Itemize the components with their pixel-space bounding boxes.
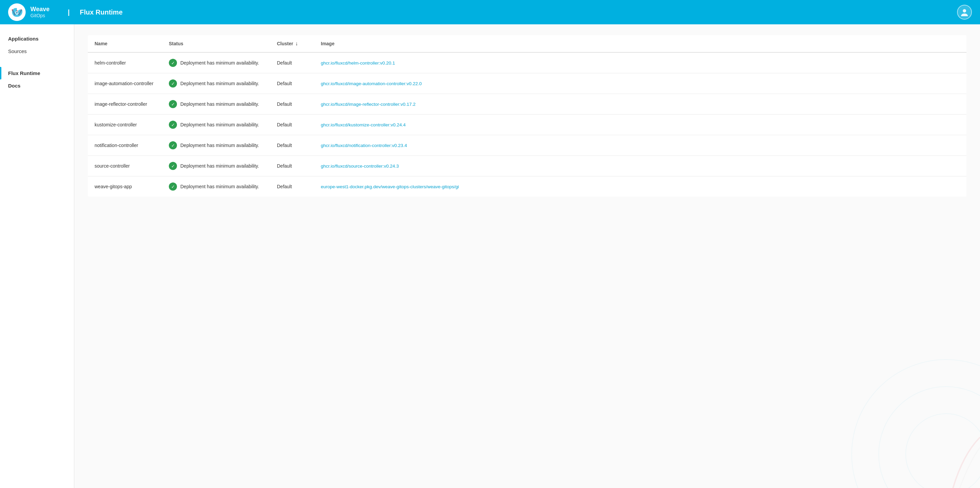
main-layout: Applications Sources Flux Runtime Docs xyxy=(0,24,980,488)
image-link[interactable]: ghcr.io/fluxcd/image-automation-controll… xyxy=(321,81,422,86)
table-row: weave-gitops-app✓Deployment has minimum … xyxy=(88,176,966,197)
table-row: image-automation-controller✓Deployment h… xyxy=(88,73,966,94)
table-header: Name Status Cluster ↓ Image xyxy=(88,35,966,53)
table-row: kustomize-controller✓Deployment has mini… xyxy=(88,115,966,135)
cell-cluster: Default xyxy=(270,115,314,135)
image-link[interactable]: ghcr.io/fluxcd/kustomize-controller:v0.2… xyxy=(321,122,406,128)
sidebar-item-flux-runtime[interactable]: Flux Runtime xyxy=(0,67,74,80)
image-link[interactable]: ghcr.io/fluxcd/source-controller:v0.24.3 xyxy=(321,164,399,169)
header-left: G Weave GitOps | Flux Runtime xyxy=(8,3,123,21)
cell-name: image-reflector-controller xyxy=(88,94,162,115)
main-content: Name Status Cluster ↓ Image xyxy=(74,24,980,488)
page-title: Flux Runtime xyxy=(80,8,123,16)
sidebar-nav-section: Applications Sources xyxy=(0,32,74,57)
svg-text:G: G xyxy=(15,10,19,16)
status-text: Deployment has minimum availability. xyxy=(180,163,259,169)
cell-image[interactable]: ghcr.io/fluxcd/image-automation-controll… xyxy=(314,73,966,94)
image-link[interactable]: ghcr.io/fluxcd/helm-controller:v0.20.1 xyxy=(321,61,395,65)
check-icon: ✓ xyxy=(169,182,177,191)
cell-image[interactable]: ghcr.io/fluxcd/image-reflector-controlle… xyxy=(314,94,966,115)
check-icon: ✓ xyxy=(169,162,177,170)
cell-image[interactable]: ghcr.io/fluxcd/notification-controller:v… xyxy=(314,135,966,156)
cell-cluster: Default xyxy=(270,135,314,156)
image-link[interactable]: europe-west1-docker.pkg.dev/weave-gitops… xyxy=(321,184,459,189)
svg-point-4 xyxy=(879,387,980,488)
flux-runtime-table: Name Status Cluster ↓ Image xyxy=(88,35,966,197)
status-text: Deployment has minimum availability. xyxy=(180,81,259,86)
svg-point-2 xyxy=(963,9,966,13)
app-logo[interactable]: G xyxy=(8,3,25,21)
cell-name: source-controller xyxy=(88,156,162,176)
cell-cluster: Default xyxy=(270,73,314,94)
header-divider: | xyxy=(68,8,70,16)
check-icon: ✓ xyxy=(169,59,177,67)
cell-name: kustomize-controller xyxy=(88,115,162,135)
column-header-status: Status xyxy=(162,35,270,53)
svg-point-5 xyxy=(906,414,980,488)
cell-image[interactable]: europe-west1-docker.pkg.dev/weave-gitops… xyxy=(314,176,966,197)
cell-image[interactable]: ghcr.io/fluxcd/source-controller:v0.24.3 xyxy=(314,156,966,176)
content-area: Name Status Cluster ↓ Image xyxy=(74,24,980,207)
cell-status: ✓Deployment has minimum availability. xyxy=(162,156,270,176)
column-header-cluster[interactable]: Cluster ↓ xyxy=(270,35,314,53)
sidebar: Applications Sources Flux Runtime Docs xyxy=(0,24,74,488)
image-link[interactable]: ghcr.io/fluxcd/image-reflector-controlle… xyxy=(321,102,416,107)
status-text: Deployment has minimum availability. xyxy=(180,143,259,148)
user-avatar-button[interactable] xyxy=(957,5,972,19)
check-icon: ✓ xyxy=(169,121,177,129)
status-text: Deployment has minimum availability. xyxy=(180,101,259,107)
status-text: Deployment has minimum availability. xyxy=(180,60,259,65)
sort-icon: ↓ xyxy=(295,41,298,47)
cell-cluster: Default xyxy=(270,176,314,197)
column-header-name: Name xyxy=(88,35,162,53)
cell-status: ✓Deployment has minimum availability. xyxy=(162,94,270,115)
cell-status: ✓Deployment has minimum availability. xyxy=(162,135,270,156)
cell-name: weave-gitops-app xyxy=(88,176,162,197)
background-decoration xyxy=(811,319,980,488)
check-icon: ✓ xyxy=(169,80,177,88)
svg-point-3 xyxy=(852,360,980,488)
table-body: helm-controller✓Deployment has minimum a… xyxy=(88,53,966,197)
column-header-image: Image xyxy=(314,35,966,53)
sidebar-item-docs[interactable]: Docs xyxy=(0,80,74,92)
cell-name: notification-controller xyxy=(88,135,162,156)
cell-status: ✓Deployment has minimum availability. xyxy=(162,176,270,197)
cell-cluster: Default xyxy=(270,156,314,176)
table-row: notification-controller✓Deployment has m… xyxy=(88,135,966,156)
sidebar-nav-section-2: Flux Runtime Docs xyxy=(0,67,74,92)
cell-name: image-automation-controller xyxy=(88,73,162,94)
app-header: G Weave GitOps | Flux Runtime xyxy=(0,0,980,24)
brand-gitops: GitOps xyxy=(30,13,49,19)
cell-image[interactable]: ghcr.io/fluxcd/kustomize-controller:v0.2… xyxy=(314,115,966,135)
status-text: Deployment has minimum availability. xyxy=(180,122,259,128)
brand-weave: Weave xyxy=(30,6,49,13)
image-link[interactable]: ghcr.io/fluxcd/notification-controller:v… xyxy=(321,143,407,148)
table-row: image-reflector-controller✓Deployment ha… xyxy=(88,94,966,115)
cell-status: ✓Deployment has minimum availability. xyxy=(162,115,270,135)
cell-status: ✓Deployment has minimum availability. xyxy=(162,53,270,73)
table-row: source-controller✓Deployment has minimum… xyxy=(88,156,966,176)
table-row: helm-controller✓Deployment has minimum a… xyxy=(88,53,966,73)
cell-image[interactable]: ghcr.io/fluxcd/helm-controller:v0.20.1 xyxy=(314,53,966,73)
sidebar-item-sources[interactable]: Sources xyxy=(0,45,74,57)
cell-status: ✓Deployment has minimum availability. xyxy=(162,73,270,94)
cell-name: helm-controller xyxy=(88,53,162,73)
status-text: Deployment has minimum availability. xyxy=(180,184,259,189)
check-icon: ✓ xyxy=(169,141,177,149)
sidebar-item-applications[interactable]: Applications xyxy=(0,32,74,45)
cell-cluster: Default xyxy=(270,53,314,73)
cell-cluster: Default xyxy=(270,94,314,115)
check-icon: ✓ xyxy=(169,100,177,108)
brand-text: Weave GitOps xyxy=(30,6,49,19)
